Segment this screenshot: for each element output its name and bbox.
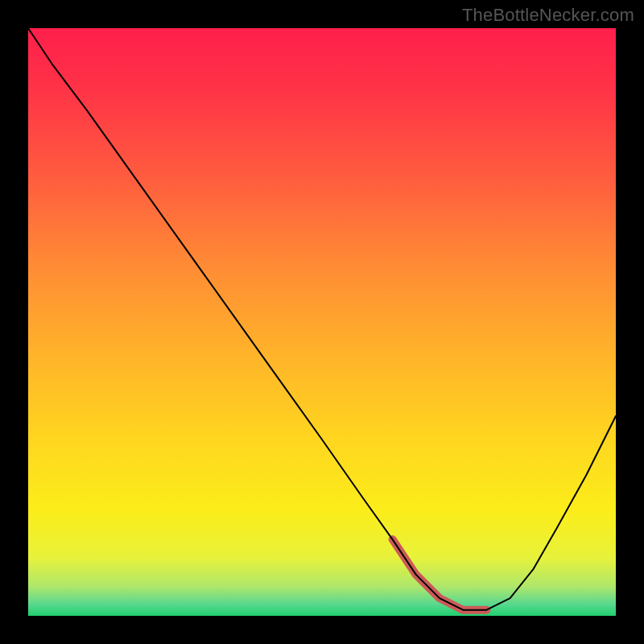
- bottleneck-highlight: [393, 539, 487, 610]
- curve-layer: [28, 28, 616, 616]
- bottleneck-curve: [28, 28, 616, 610]
- plot-area: [28, 28, 616, 616]
- watermark-text: TheBottleNecker.com: [462, 5, 634, 26]
- chart-container: TheBottleNecker.com: [0, 0, 644, 644]
